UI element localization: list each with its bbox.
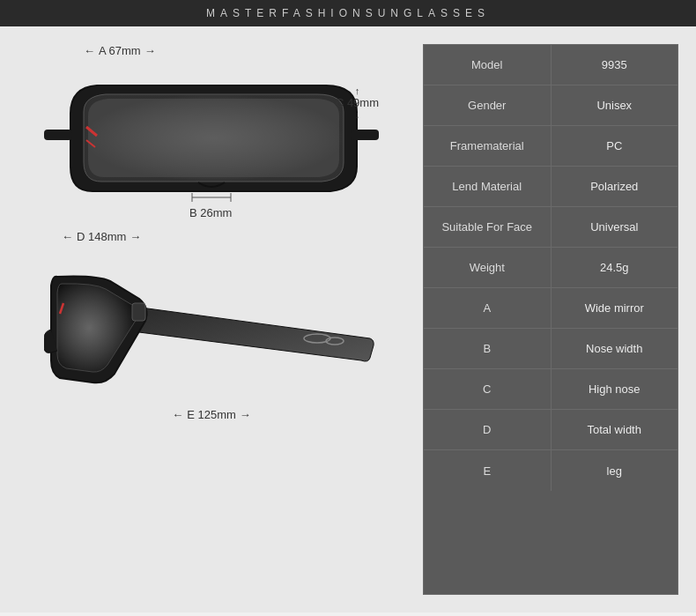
spec-row: BNose width: [424, 329, 677, 369]
spec-value: Wide mirror: [552, 288, 678, 328]
dim-e-label: E 125mm: [187, 408, 236, 421]
spec-row: Suitable For FaceUniversal: [424, 207, 677, 248]
spec-label: Model: [424, 45, 552, 85]
spec-label: B: [424, 329, 552, 368]
spec-label: Weight: [424, 248, 552, 287]
spec-value: High nose: [552, 369, 678, 409]
spec-label: E: [424, 450, 552, 491]
spec-row: Weight24.5g: [424, 248, 677, 288]
spec-value: 9935: [552, 45, 678, 85]
glasses-side-svg: [44, 259, 379, 404]
spec-value: Nose width: [552, 329, 678, 368]
spec-row: GenderUnisex: [424, 85, 677, 126]
spec-value: Total width: [552, 410, 678, 449]
svg-rect-2: [44, 130, 72, 140]
spec-label: Gender: [424, 85, 552, 125]
spec-value: Unisex: [552, 85, 678, 125]
spec-value: 24.5g: [552, 248, 678, 287]
spec-value: PC: [552, 126, 678, 166]
glasses-top-svg: [44, 61, 379, 228]
spec-value: leg: [552, 450, 678, 491]
svg-rect-3: [351, 130, 379, 140]
dim-a-label: A 67mm: [99, 44, 141, 57]
svg-rect-9: [132, 303, 145, 321]
spec-row: AWide mirror: [424, 288, 677, 329]
specs-table: Model9935GenderUnisexFramematerialPCLend…: [423, 44, 678, 595]
dim-c-label: C 49mm: [336, 96, 379, 109]
spec-row: Model9935: [424, 45, 677, 85]
spec-row: FramematerialPC: [424, 126, 677, 167]
spec-label: C: [424, 369, 552, 409]
spec-label: D: [424, 410, 552, 449]
spec-value: Polarized: [552, 167, 678, 206]
main-content: ← A 67mm →: [0, 26, 696, 612]
spec-row: Eleg: [424, 450, 677, 491]
brand-header: MASTERFASHIONSUNGLASSES: [0, 0, 696, 26]
spec-row: Lend MaterialPolarized: [424, 167, 677, 207]
dim-b-label: B 26mm: [189, 206, 232, 219]
spec-label: Lend Material: [424, 167, 552, 206]
spec-label: Suitable For Face: [424, 207, 552, 247]
spec-label: Framematerial: [424, 126, 552, 166]
spec-label: A: [424, 288, 552, 328]
left-panel: ← A 67mm →: [0, 26, 423, 612]
spec-value: Universal: [552, 207, 678, 247]
spec-row: DTotal width: [424, 410, 677, 450]
dim-d-label: D 148mm: [77, 230, 126, 243]
brand-title: MASTERFASHIONSUNGLASSES: [206, 7, 490, 19]
spec-row: CHigh nose: [424, 369, 677, 410]
